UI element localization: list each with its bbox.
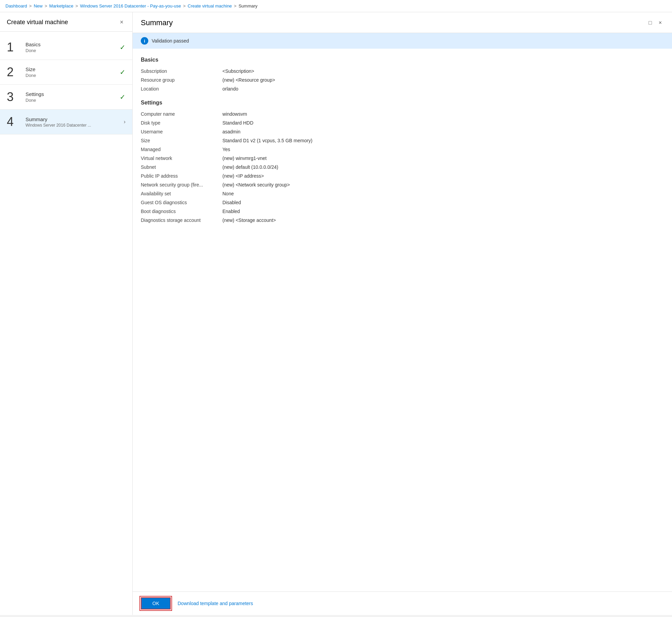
breadcrumb-dashboard[interactable]: Dashboard — [5, 3, 27, 9]
right-panel: Summary □ × i Validation passed Basics S… — [133, 12, 672, 615]
summary-content: Basics Subscription <Subscription> Resou… — [133, 49, 672, 591]
availability-set-label: Availability set — [141, 191, 222, 196]
computer-name-value: windowsvm — [222, 111, 247, 117]
basics-row-resource-group: Resource group (new) <Resource group> — [141, 77, 664, 83]
breadcrumb-sep-4: > — [183, 3, 186, 9]
virtual-network-label: Virtual network — [141, 156, 222, 161]
main-container: Create virtual machine × 1 Basics Done ✓… — [0, 12, 672, 615]
guest-os-diag-value: Disabled — [222, 200, 241, 205]
basics-row-location: Location orlando — [141, 86, 664, 92]
username-label: Username — [141, 129, 222, 134]
step-1-name: Basics — [26, 42, 120, 47]
breadcrumb-sep-3: > — [75, 3, 78, 9]
steps-container: 1 Basics Done ✓ 2 Size Done ✓ 3 — [0, 32, 132, 615]
nsg-label: Network security group (fire... — [141, 182, 222, 188]
settings-row-virtual-network: Virtual network (new) winvmrg1-vnet — [141, 156, 664, 161]
breadcrumb-new[interactable]: New — [34, 3, 43, 9]
diag-storage-value: (new) <Storage account> — [222, 217, 276, 223]
settings-row-public-ip: Public IP address (new) <IP address> — [141, 173, 664, 179]
maximize-icon: □ — [649, 20, 652, 26]
computer-name-label: Computer name — [141, 111, 222, 117]
settings-row-disk-type: Disk type Standard HDD — [141, 120, 664, 126]
info-icon: i — [141, 37, 148, 45]
step-3-name: Settings — [26, 91, 120, 97]
breadcrumb-sep-5: > — [234, 3, 237, 9]
diag-storage-label: Diagnostics storage account — [141, 217, 222, 223]
settings-row-boot-diag: Boot diagnostics Enabled — [141, 209, 664, 214]
step-3-number: 3 — [7, 91, 22, 103]
left-panel-title: Create virtual machine — [7, 19, 68, 26]
left-panel: Create virtual machine × 1 Basics Done ✓… — [0, 12, 133, 615]
close-icon: × — [659, 20, 662, 26]
step-summary[interactable]: 4 Summary Windows Server 2016 Datacenter… — [0, 110, 132, 134]
breadcrumb-sep-2: > — [45, 3, 47, 9]
guest-os-diag-label: Guest OS diagnostics — [141, 200, 222, 205]
step-4-arrow-icon: › — [124, 119, 125, 125]
breadcrumb: Dashboard > New > Marketplace > Windows … — [0, 0, 672, 12]
step-4-number: 4 — [7, 116, 22, 128]
breadcrumb-current: Summary — [238, 3, 257, 9]
right-panel-footer: OK Download template and parameters — [133, 591, 672, 615]
resource-group-label: Resource group — [141, 77, 222, 83]
settings-row-managed: Managed Yes — [141, 147, 664, 152]
ok-button[interactable]: OK — [141, 597, 171, 610]
breadcrumb-marketplace[interactable]: Marketplace — [49, 3, 73, 9]
step-2-status: Done — [26, 73, 120, 78]
left-panel-header: Create virtual machine × — [0, 12, 132, 32]
settings-row-availability-set: Availability set None — [141, 191, 664, 196]
managed-label: Managed — [141, 147, 222, 152]
step-2-number: 2 — [7, 66, 22, 78]
settings-row-size: Size Standard D1 v2 (1 vcpus, 3.5 GB mem… — [141, 138, 664, 143]
basics-section-title: Basics — [141, 57, 664, 63]
virtual-network-value: (new) winvmrg1-vnet — [222, 156, 267, 161]
disk-type-label: Disk type — [141, 120, 222, 126]
size-label: Size — [141, 138, 222, 143]
boot-diag-value: Enabled — [222, 209, 240, 214]
step-settings[interactable]: 3 Settings Done ✓ — [0, 85, 132, 110]
header-actions: □ × — [646, 18, 664, 27]
location-label: Location — [141, 86, 222, 92]
subnet-label: Subnet — [141, 164, 222, 170]
nsg-value: (new) <Network security group> — [222, 182, 290, 188]
step-4-subtitle: Windows Server 2016 Datacenter ... — [26, 123, 121, 128]
managed-value: Yes — [222, 147, 230, 152]
subscription-label: Subscription — [141, 68, 222, 74]
basics-row-subscription: Subscription <Subscription> — [141, 68, 664, 74]
step-size[interactable]: 2 Size Done ✓ — [0, 60, 132, 85]
settings-row-username: Username asadmin — [141, 129, 664, 134]
validation-message: Validation passed — [152, 38, 189, 44]
settings-row-diag-storage: Diagnostics storage account (new) <Stora… — [141, 217, 664, 223]
step-1-number: 1 — [7, 41, 22, 53]
settings-row-computer-name: Computer name windowsvm — [141, 111, 664, 117]
step-3-info: Settings Done — [26, 91, 120, 103]
left-panel-close-button[interactable]: × — [118, 18, 125, 26]
settings-table: Computer name windowsvm Disk type Standa… — [141, 111, 664, 223]
step-1-info: Basics Done — [26, 42, 120, 53]
validation-banner: i Validation passed — [133, 33, 672, 49]
maximize-button[interactable]: □ — [646, 18, 654, 27]
resource-group-value: (new) <Resource group> — [222, 77, 275, 83]
step-1-status: Done — [26, 48, 120, 53]
availability-set-value: None — [222, 191, 234, 196]
boot-diag-label: Boot diagnostics — [141, 209, 222, 214]
basics-table: Subscription <Subscription> Resource gro… — [141, 68, 664, 92]
right-panel-header: Summary □ × — [133, 12, 672, 33]
public-ip-label: Public IP address — [141, 173, 222, 179]
download-template-link[interactable]: Download template and parameters — [178, 601, 253, 606]
step-4-info: Summary Windows Server 2016 Datacenter .… — [26, 116, 121, 128]
step-2-check-icon: ✓ — [120, 68, 125, 76]
step-1-check-icon: ✓ — [120, 43, 125, 51]
step-3-status: Done — [26, 98, 120, 103]
step-basics[interactable]: 1 Basics Done ✓ — [0, 35, 132, 60]
settings-row-nsg: Network security group (fire... (new) <N… — [141, 182, 664, 188]
step-2-info: Size Done — [26, 66, 120, 78]
step-2-name: Size — [26, 66, 120, 72]
breadcrumb-product[interactable]: Windows Server 2016 Datacenter - Pay-as-… — [80, 3, 181, 9]
username-value: asadmin — [222, 129, 240, 134]
breadcrumb-sep-1: > — [29, 3, 32, 9]
public-ip-value: (new) <IP address> — [222, 173, 264, 179]
breadcrumb-create-vm[interactable]: Create virtual machine — [188, 3, 232, 9]
subnet-value: (new) default (10.0.0.0/24) — [222, 164, 278, 170]
right-panel-title: Summary — [141, 18, 173, 27]
right-panel-close-button[interactable]: × — [657, 18, 664, 27]
